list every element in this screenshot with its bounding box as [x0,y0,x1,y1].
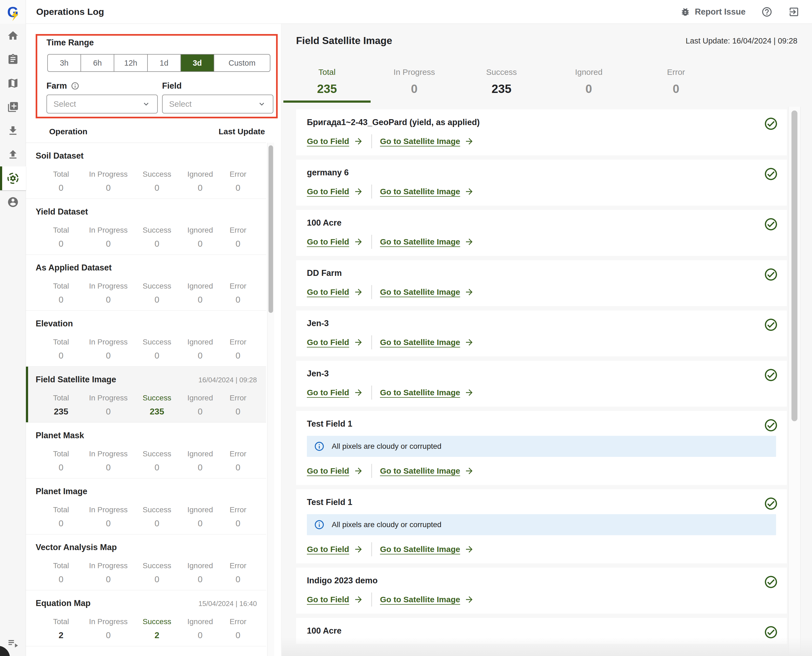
logout-button[interactable] [788,6,800,17]
go-to-satellite-image-link[interactable]: Go to Satellite Image [380,388,474,398]
nav-map[interactable] [0,71,26,95]
operation-name: Planet Image [36,487,87,496]
arrow-right-icon [464,187,474,196]
time-range-3d[interactable]: 3d [181,54,214,71]
go-to-field-link[interactable]: Go to Field [307,388,363,398]
arrow-right-icon [354,595,363,604]
app-logo[interactable]: G [0,0,26,24]
operation-name: Planet Mask [36,431,84,440]
field-name: DD Farm [307,268,776,278]
arrow-right-icon [464,287,474,297]
farm-select[interactable]: Select [46,94,158,113]
time-range-group: 3h6h12h1d3dCustom [47,54,271,72]
operation-stats: Total0In Progress0Success0Ignored0Error0 [26,338,266,361]
farm-select-placeholder: Select [54,99,76,108]
go-to-field-link[interactable]: Go to Field [307,466,363,476]
op-stat-success: Success0 [135,338,179,361]
time-range-12h[interactable]: 12h [114,54,147,71]
arrow-right-icon [354,545,363,554]
operation-row[interactable]: Yield Dataset Total0In Progress0Success0… [26,199,266,255]
help-button[interactable] [761,6,773,17]
op-stat-in-progress: In Progress0 [84,450,133,473]
tab-ignored[interactable]: Ignored 0 [545,64,633,103]
tab-in-progress[interactable]: In Progress 0 [371,64,458,103]
tab-total[interactable]: Total 235 [283,64,371,103]
go-to-field-link[interactable]: Go to Field [307,287,363,297]
nav-add-layer[interactable] [0,95,26,119]
nav-account[interactable] [0,190,26,214]
op-stat-ignored: Ignored0 [181,282,219,305]
field-name: 100 Acre [307,218,776,228]
go-to-satellite-image-link[interactable]: Go to Satellite Image [380,595,474,604]
operation-stats: Total0In Progress0Success0Ignored0Error0 [26,170,266,193]
success-check-icon [764,116,778,131]
op-stat-in-progress: In Progress0 [84,338,133,361]
op-stat-in-progress: In Progress0 [84,617,133,641]
operation-column-label: Operation [49,127,88,136]
operations-scrollbar-thumb[interactable] [269,145,273,313]
farm-label: Farm [46,81,79,91]
time-range-6h[interactable]: 6h [81,54,114,71]
go-to-field-link[interactable]: Go to Field [307,595,363,604]
go-to-satellite-image-link[interactable]: Go to Satellite Image [380,187,474,196]
go-to-satellite-image-link[interactable]: Go to Satellite Image [380,337,474,347]
operation-row[interactable]: Planet Image Total0In Progress0Success0I… [26,478,266,534]
operation-row[interactable]: Vector Analysis Map Total0In Progress0Su… [26,534,266,590]
success-check-icon [764,317,778,332]
operations-scrollbar [267,143,274,656]
download-icon [7,125,19,137]
operations-list-header: Operation Last Update [26,127,281,136]
nav-operations-log[interactable] [0,166,26,190]
go-to-field-link[interactable]: Go to Field [307,545,363,554]
go-to-satellite-image-link[interactable]: Go to Satellite Image [380,136,474,146]
operation-name: Vector Analysis Map [36,543,117,552]
operation-row[interactable]: Field Satellite Image 16/04/2024 | 09:28… [26,367,266,422]
op-stat-error: Error0 [222,338,254,361]
go-to-field-link[interactable]: Go to Field [307,136,363,146]
nav-download[interactable] [0,119,26,143]
go-to-field-link[interactable]: Go to Field [307,337,363,347]
field-select[interactable]: Select [162,94,273,113]
page-title: Operations Log [36,6,104,17]
go-to-satellite-image-link[interactable]: Go to Satellite Image [380,545,474,554]
time-range-1d[interactable]: 1d [148,54,181,71]
operation-row[interactable]: Soil Dataset Total0In Progress0Success0I… [26,143,266,199]
field-card: DD Farm Go to Field Go to Satellite Imag… [296,260,787,306]
topbar: G Operations Log Report Issue [0,0,812,24]
success-check-icon [764,217,778,232]
operation-row[interactable]: Planet Mask Total0In Progress0Success0Ig… [26,422,266,478]
nav-upload[interactable] [0,143,26,166]
nav-home[interactable] [0,24,26,48]
operation-stats: Total0In Progress0Success0Ignored0Error0 [26,506,266,529]
arrow-right-icon [464,466,474,476]
op-stat-success: Success0 [135,282,179,305]
report-issue-label: Report Issue [695,7,745,17]
help-icon [761,6,773,17]
tab-error[interactable]: Error 0 [633,64,720,103]
time-range-custom[interactable]: Custom [214,54,270,71]
time-range-3h[interactable]: 3h [48,54,81,71]
main-scrollbar-thumb[interactable] [792,110,797,421]
operation-row[interactable]: As Applied Dataset Total0In Progress0Suc… [26,255,266,311]
go-to-satellite-image-link[interactable]: Go to Satellite Image [380,237,474,247]
success-check-icon [764,167,778,181]
go-to-satellite-image-link[interactable]: Go to Satellite Image [380,287,474,297]
op-stat-ignored: Ignored0 [181,394,219,417]
success-check-icon [764,368,778,382]
go-to-field-link[interactable]: Go to Field [307,237,363,247]
go-to-satellite-image-link[interactable]: Go to Satellite Image [380,466,474,476]
op-stat-in-progress: In Progress0 [84,170,133,193]
go-to-field-link[interactable]: Go to Field [307,187,363,196]
report-issue-button[interactable]: Report Issue [680,7,745,17]
nav-log-list[interactable] [0,637,26,649]
field-card: 100 Acre Go to Field Go to Satellite Ima… [296,210,787,256]
nav-assignments[interactable] [0,48,26,71]
links-divider [371,134,372,149]
tab-success[interactable]: Success 235 [458,64,545,103]
operation-stats: Total0In Progress0Success0Ignored0Error0 [26,282,266,305]
operation-row[interactable]: Equation Map 15/04/2024 | 16:40 Total2In… [26,590,266,646]
op-stat-ignored: Ignored0 [181,562,219,585]
operations-gear-icon [7,172,19,184]
operation-row[interactable]: Elevation Total0In Progress0Success0Igno… [26,311,266,367]
op-stat-error: Error0 [222,562,254,585]
